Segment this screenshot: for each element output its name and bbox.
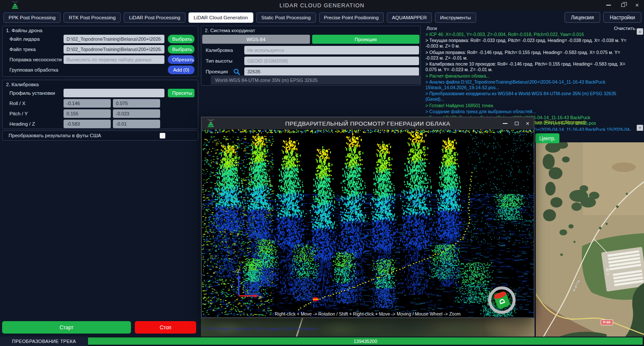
progress-bar: 139435200 xyxy=(88,337,643,345)
cs-calibration-input[interactable] xyxy=(244,46,419,54)
tab-bar: PPK Post ProcessingRTK Post ProcessingLi… xyxy=(0,10,644,25)
logs-panel: Логи Очистить > ICP 46: X=-0.001, Y=-0.0… xyxy=(423,25,644,131)
tab-lidar-post-processing[interactable]: LiDAR Post Processing xyxy=(124,12,185,23)
coordinate-system-section: 2. Система координат WGS-84 Проекция Кал… xyxy=(201,26,421,86)
misalignment-input[interactable] xyxy=(64,55,164,64)
lidar-file-label: Файл лидара xyxy=(9,36,64,42)
window-title: LIDAR CLOUD GENERATION xyxy=(0,2,644,9)
track-choose-button[interactable]: Выбрать xyxy=(168,45,194,54)
modal-lidar-icon xyxy=(206,119,216,128)
scroll-up-icon[interactable]: ▲ xyxy=(637,28,643,35)
satellite-map[interactable]: Н-8774 Р-66 xyxy=(536,142,644,337)
map-attribution: © 2025 Google - Map data ©2025, Imagery … xyxy=(203,326,318,331)
feet-checkbox-label: Преобразовать результаты в футы США xyxy=(9,133,160,138)
log-line: > Калибровка после 10 проходов: Roll= -0… xyxy=(425,61,633,72)
batch-label: Групповая обработка xyxy=(9,67,164,72)
license-button[interactable]: Лицензия xyxy=(565,12,600,23)
stop-button[interactable]: Стоп xyxy=(135,321,196,334)
track-file-label: Файл трека xyxy=(9,47,64,52)
projection-suggestion[interactable]: World-WGS 84-UTM-zone 35N (m) EPSG 32635 xyxy=(211,75,420,84)
add-button[interactable]: Add (0) xyxy=(168,66,194,74)
misalignment-label: Поправка несоосности xyxy=(9,57,64,62)
lidar-file-input[interactable] xyxy=(64,35,164,43)
topodrone-logo: D xyxy=(488,286,516,314)
road-badge: Р-66 xyxy=(601,319,613,325)
log-line: > ICP 46: X=-0.001, Y=-0.003, Z=-0.004, … xyxy=(425,32,633,37)
scroll-down-icon[interactable]: ▼ xyxy=(637,125,643,131)
log-lines: > ICP 46: X=-0.001, Y=-0.003, Z=-0.004, … xyxy=(423,32,644,131)
minimize-icon[interactable] xyxy=(606,5,611,6)
log-line: > Анализ файла D:\02_TopodroneTraining\B… xyxy=(425,79,633,90)
feet-checkbox[interactable] xyxy=(160,133,165,138)
close-icon[interactable]: × xyxy=(635,2,639,8)
track-file-input[interactable] xyxy=(64,45,164,54)
feet-checkbox-row: Преобразовать результаты в футы США xyxy=(2,130,198,141)
presets-button[interactable]: Пресеты xyxy=(168,89,194,97)
settings-button[interactable]: Настройки xyxy=(603,12,641,23)
search-icon[interactable] xyxy=(233,68,244,75)
profile-label: Профиль установки xyxy=(9,90,64,96)
cs-calibration-label: Калибровка xyxy=(206,48,233,53)
calibration-section: 2. Калибровка Профиль установки Пресеты … xyxy=(2,80,198,129)
log-line: > Готово! Найдено 168501 точек. xyxy=(425,103,633,108)
tab-static-post-processing[interactable]: Static Post Processing xyxy=(256,12,316,23)
tab-aquamapper[interactable]: AQUAMAPPER xyxy=(387,12,432,23)
profile-input[interactable] xyxy=(64,89,164,97)
progress-label: ПРЕОБРАЗОВАНИЕ ТРЕКА xyxy=(0,337,88,346)
wgs84-toggle-button[interactable]: WGS-84 xyxy=(202,35,310,44)
projection-toggle-button[interactable]: Проекция xyxy=(312,35,420,44)
application-window: LIDAR CLOUD GENERATION × PPK Post Proces… xyxy=(0,0,644,346)
drone-files-title: 1. Файлы дрона xyxy=(3,26,198,33)
tab-ppk-post-processing[interactable]: PPK Post Processing xyxy=(3,12,61,23)
pitch-angle-input[interactable] xyxy=(64,109,111,118)
roll-offset-input[interactable] xyxy=(113,99,160,108)
preview-modal: ПРЕДВАРИТЕЛЬНЫЙ ПРОСМОТР ГЕНЕРАЦИИ ОБЛАК… xyxy=(201,117,535,318)
modal-close-icon[interactable]: × xyxy=(526,120,529,126)
log-line-partial: turn (First,Last,Strongest) xyxy=(535,120,586,125)
heading-angle-input[interactable] xyxy=(64,120,111,128)
pitch-label: Pitch / Y xyxy=(9,111,64,116)
log-line: > Текущая поправка: Roll= -0.033 град. P… xyxy=(425,38,633,49)
logs-title: Логи xyxy=(426,26,437,31)
preview-modal-titlebar[interactable]: ПРЕДВАРИТЕЛЬНЫЙ ПРОСМОТР ГЕНЕРАЦИИ ОБЛАК… xyxy=(202,117,534,129)
axis-gizmo: Z Y X xyxy=(228,268,264,308)
log-line: > Преобразование координаты из WGS84 в W… xyxy=(425,91,633,102)
heading-offset-input[interactable] xyxy=(113,120,160,128)
roll-angle-input[interactable] xyxy=(64,99,111,108)
window-titlebar: LIDAR CLOUD GENERATION × xyxy=(0,0,644,10)
restore-icon[interactable] xyxy=(621,3,625,7)
tab-precise-point-positioning[interactable]: Precise Point Positioning xyxy=(319,12,384,23)
log-line: > Расчет финального облака... xyxy=(425,73,633,79)
tab-tools[interactable]: Инструменты xyxy=(435,12,476,23)
progress-value: 139435200 xyxy=(353,339,377,344)
tab-rtk-post-processing[interactable]: RTK Post Processing xyxy=(64,12,121,23)
coordinate-system-title: 2. Система координат xyxy=(201,26,420,33)
axis-x-label: X xyxy=(258,295,262,300)
modal-maximize-icon[interactable] xyxy=(515,122,519,125)
logs-scrollbar[interactable]: ▲ ▼ xyxy=(637,28,643,131)
status-bar: ПРЕОБРАЗОВАНИЕ ТРЕКА 139435200 xyxy=(0,337,644,346)
axis-y-label: Y xyxy=(230,284,233,289)
heading-label: Heading / Z xyxy=(9,121,64,126)
tab-lidar-cloud-generation[interactable]: LiDAR Cloud Generation xyxy=(188,12,253,23)
height-type-input[interactable] xyxy=(244,57,419,65)
log-line: > Общая поправка: Roll= -0.146 град. Pit… xyxy=(425,50,633,61)
roll-label: Roll / X xyxy=(9,101,64,106)
lidar-choose-button[interactable]: Выбрать xyxy=(168,35,194,43)
preview-modal-title: ПРЕДВАРИТЕЛЬНЫЙ ПРОСМОТР ГЕНЕРАЦИИ ОБЛАК… xyxy=(202,120,534,127)
pitch-offset-input[interactable] xyxy=(113,109,160,118)
projection-label: Проекция xyxy=(206,69,233,74)
crop-button[interactable]: Обрезать xyxy=(168,55,194,64)
height-type-label: Тип высоты xyxy=(206,58,233,63)
start-button[interactable]: Старт xyxy=(2,321,131,334)
map-strip[interactable]: © 2025 Google - Map data ©2025, Imagery … xyxy=(201,318,535,337)
projection-input[interactable] xyxy=(244,67,419,76)
drone-files-section: 1. Файлы дрона Файл лидара Выбрать Файл … xyxy=(2,26,198,77)
modal-minimize-icon[interactable] xyxy=(503,123,507,124)
axis-z-label: Z xyxy=(237,268,240,274)
viewport-hint: Right-click + Move -> Rotation / Shift +… xyxy=(202,311,534,316)
point-cloud-viewport[interactable]: Z Y X D Right-click + Move -> Rotation /… xyxy=(202,129,534,317)
log-line: > Создание файла трека для выбранных обл… xyxy=(425,109,633,114)
logs-clear-button[interactable]: Очистить xyxy=(614,26,635,31)
map-center-button[interactable]: Центр. xyxy=(535,133,559,143)
